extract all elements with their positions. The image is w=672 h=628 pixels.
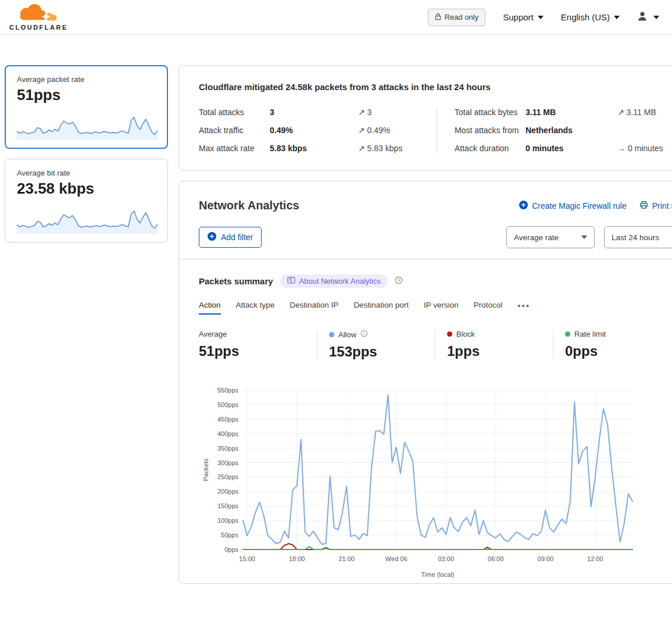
chevron-down-icon — [653, 16, 659, 19]
clock-icon[interactable] — [395, 276, 403, 287]
svg-text:09:00: 09:00 — [538, 555, 554, 562]
stat-value: 51pps — [199, 343, 311, 359]
more-tabs-button[interactable]: ••• — [517, 301, 530, 315]
svg-text:03:00: 03:00 — [438, 555, 454, 562]
book-icon — [287, 277, 295, 286]
stat-value: 0.49% — [270, 126, 358, 135]
stat-label: Most attacks from — [455, 126, 526, 135]
add-filter-label: Add filter — [221, 233, 253, 242]
svg-text:550pps: 550pps — [217, 387, 239, 394]
top-header: CLOUDFLARE Read only Support English (US… — [0, 0, 672, 35]
stat-trend: ↗ 3 — [358, 108, 437, 117]
svg-text:12:00: 12:00 — [587, 555, 603, 562]
sparkline-chart — [17, 109, 156, 141]
about-network-analytics-badge[interactable]: About Network Analytics — [280, 274, 388, 288]
badge-label: About Network Analytics — [299, 277, 381, 286]
tab-protocol[interactable]: Protocol — [474, 301, 503, 315]
stat-label: Average — [199, 330, 227, 338]
allow-dot-icon — [329, 332, 334, 337]
svg-text:500pps: 500pps — [217, 401, 239, 408]
tab-destination-ip[interactable]: Destination IP — [289, 301, 338, 315]
stat-value: 3.11 MB — [526, 108, 617, 117]
stat-trend: ↗ 0.49% — [358, 126, 437, 135]
stat-trend — [617, 126, 672, 135]
lock-icon — [435, 13, 441, 22]
create-rule-label: Create Magic Firewall rule — [532, 201, 627, 210]
read-only-badge[interactable]: Read only — [428, 9, 486, 26]
print-report-link[interactable]: Print report — [639, 201, 672, 211]
time-range-select[interactable]: Last 24 hours — [604, 226, 672, 248]
stat-trend: ↗ 3.11 MB — [617, 108, 672, 117]
stat-trend: ↗ 5.83 kbps — [358, 144, 437, 153]
stat-value: 0pps — [565, 343, 665, 359]
support-menu[interactable]: Support — [503, 12, 544, 22]
cloudflare-logo: CLOUDFLARE — [9, 3, 68, 31]
support-label: Support — [503, 12, 534, 22]
stat-average: Average 51pps — [199, 330, 317, 360]
svg-text:350pps: 350pps — [217, 445, 239, 452]
tab-action[interactable]: Action — [199, 301, 221, 315]
summary-stats-right: Total attack bytes 3.11 MB ↗ 3.11 MB Mos… — [437, 108, 672, 153]
chevron-down-icon — [614, 16, 620, 19]
attack-summary-title: Cloudflare mitigated 24.58k packets from… — [199, 82, 491, 92]
svg-text:Wed 06: Wed 06 — [385, 555, 408, 562]
svg-text:18:00: 18:00 — [289, 555, 305, 562]
stat-label: Max attack rate — [199, 144, 270, 153]
svg-text:50pps: 50pps — [221, 531, 238, 538]
logo-wordmark: CLOUDFLARE — [9, 24, 68, 31]
chevron-down-icon — [581, 236, 587, 239]
stat-label: Total attack bytes — [455, 108, 526, 117]
info-icon[interactable] — [360, 330, 368, 339]
sparkline-chart — [17, 202, 156, 235]
stat-value: 153pps — [329, 344, 429, 360]
print-report-label: Print report — [652, 201, 672, 210]
svg-text:200pps: 200pps — [217, 488, 239, 495]
summary-stats-left: Total attacks 3 ↗ 3 Attack traffic 0.49%… — [199, 108, 437, 153]
cloudflare-cloud-icon — [9, 3, 65, 24]
stat-value: Netherlands — [526, 126, 617, 135]
metric-label: Average bit rate — [17, 169, 156, 177]
metric-sidebar: Average packet rate 51pps Average bit ra… — [5, 65, 168, 252]
tab-attack-type[interactable]: Attack type — [236, 301, 275, 315]
svg-text:Packets: Packets — [202, 458, 209, 481]
svg-text:150pps: 150pps — [217, 502, 239, 509]
metric-label: Average packet rate — [17, 75, 156, 84]
svg-text:450pps: 450pps — [217, 416, 239, 423]
tab-ip-version[interactable]: IP version — [424, 301, 459, 315]
stat-value: 5.83 kbps — [270, 144, 358, 153]
metric-card-bit-rate[interactable]: Average bit rate 23.58 kbps — [5, 159, 168, 242]
stat-label: Attack traffic — [199, 126, 270, 135]
stat-label: Rate limit — [574, 330, 606, 338]
stat-value: 0 minutes — [526, 144, 617, 153]
create-magic-firewall-rule-link[interactable]: Create Magic Firewall rule — [519, 201, 627, 211]
plus-circle-icon — [519, 201, 528, 211]
network-analytics-card: Network Analytics Create Magic Firewall … — [178, 181, 672, 584]
stat-value: 3 — [270, 108, 358, 117]
network-analytics-title: Network Analytics — [199, 199, 299, 212]
dimension-tabs: Action Attack type Destination IP Destin… — [199, 301, 672, 315]
attack-summary-card: Cloudflare mitigated 24.58k packets from… — [178, 65, 672, 171]
printer-icon — [639, 201, 648, 211]
plus-circle-icon — [208, 232, 216, 242]
metric-card-packet-rate[interactable]: Average packet rate 51pps — [5, 65, 168, 149]
stat-label: Total attacks — [199, 108, 270, 117]
stat-trend: → 0 minutes — [617, 144, 672, 153]
metric-select-value: Average rate — [514, 233, 559, 242]
svg-text:400pps: 400pps — [217, 430, 239, 437]
rate-limit-dot-icon — [565, 331, 570, 337]
stat-rate-limit: Rate limit 0pps — [553, 330, 671, 360]
packets-summary-title: Packets summary — [199, 276, 273, 286]
add-filter-button[interactable]: Add filter — [199, 227, 262, 248]
packets-chart: 0pps50pps100pps150pps200pps250pps300pps3… — [201, 382, 672, 583]
stat-block: Block 1pps — [435, 330, 553, 360]
account-menu[interactable] — [637, 11, 659, 23]
svg-text:06:00: 06:00 — [488, 555, 504, 562]
stat-label: Allow — [338, 330, 356, 339]
stat-allow: Allow 153pps — [317, 330, 435, 360]
metric-select[interactable]: Average rate — [506, 226, 595, 248]
chevron-down-icon — [538, 16, 544, 19]
language-menu[interactable]: English (US) — [561, 12, 620, 22]
tab-destination-port[interactable]: Destination port — [353, 301, 409, 315]
svg-text:0pps: 0pps — [224, 546, 238, 553]
block-dot-icon — [447, 331, 452, 337]
